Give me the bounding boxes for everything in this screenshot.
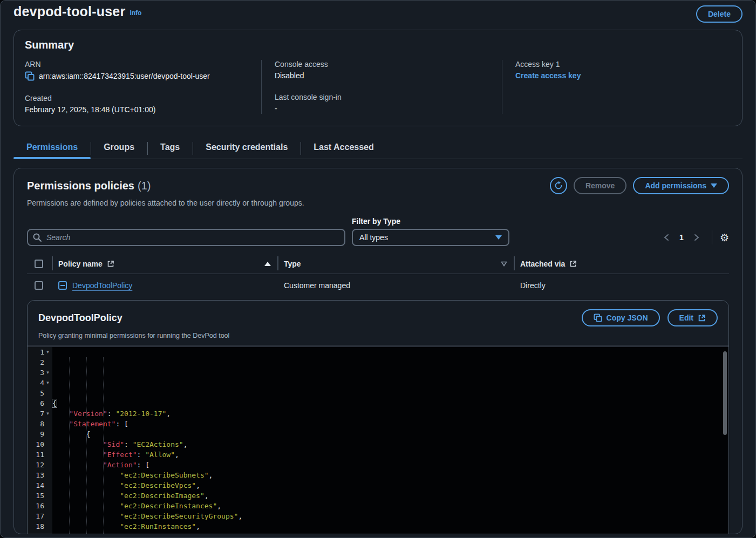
- delete-button[interactable]: Delete: [696, 5, 743, 23]
- arn-field: ARN arn:aws:iam::824173423915:user/devpo…: [25, 60, 250, 81]
- sort-descending-outline-icon[interactable]: [501, 261, 507, 267]
- pagination: 1 ⚙: [659, 229, 729, 246]
- row-checkbox[interactable]: [35, 281, 43, 290]
- line-number: 2: [28, 357, 52, 367]
- code-line: "ec2:DescribeSubnets",: [52, 470, 728, 480]
- console-access-field: Console access Disabled: [275, 60, 491, 80]
- code-line: "ec2:StartInstances",: [52, 532, 728, 534]
- code-line: "ec2:RunInstances",: [52, 521, 728, 532]
- type-filter-select[interactable]: All types: [352, 229, 509, 246]
- line-number: 5: [28, 388, 52, 398]
- line-number: 9: [28, 429, 52, 439]
- page: devpod-tool-user Info Delete Summary ARN…: [0, 0, 756, 538]
- chevron-down-icon: [711, 183, 717, 188]
- console-access-value: Disabled: [275, 71, 491, 80]
- summary-card: Summary ARN arn:aws:iam::824173423915:us…: [13, 30, 743, 126]
- arn-label: ARN: [25, 60, 250, 69]
- line-number: 15: [28, 491, 52, 501]
- type-filter-value: All types: [359, 233, 388, 242]
- last-signin-field: Last console sign-in -: [275, 93, 491, 113]
- line-number: 11: [28, 450, 52, 460]
- info-link[interactable]: Info: [130, 9, 141, 17]
- select-all-checkbox[interactable]: [35, 260, 43, 268]
- copy-icon[interactable]: [25, 71, 35, 81]
- column-attached-via[interactable]: Attached via: [514, 254, 729, 274]
- line-number: 1▾: [28, 347, 52, 357]
- table-row: DevpodToolPolicy Customer managed Direct…: [27, 274, 729, 297]
- type-header-label: Type: [284, 260, 301, 268]
- code-line: "ec2:DescribeVpcs",: [52, 480, 728, 491]
- tab-last-accessed[interactable]: Last Accessed: [301, 137, 386, 159]
- line-number: 6: [28, 398, 52, 408]
- summary-col-2: Console access Disabled Last console sig…: [261, 60, 502, 114]
- attached-via-header-label: Attached via: [520, 260, 565, 268]
- created-value: February 12, 2025, 18:48 (UTC+01:00): [25, 105, 250, 114]
- policy-type-value: Customer managed: [277, 281, 514, 290]
- line-number: 4▾: [28, 378, 52, 388]
- next-page-button[interactable]: [689, 230, 704, 245]
- line-number: 17: [28, 511, 52, 521]
- edit-button[interactable]: Edit: [668, 309, 718, 326]
- access-key-field: Access key 1 Create access key: [515, 60, 720, 80]
- external-link-icon: [569, 260, 577, 268]
- line-number: 13: [28, 470, 52, 480]
- line-number: 8: [28, 419, 52, 429]
- refresh-icon: [554, 181, 563, 190]
- code-line: "Sid": "EC2Actions",: [52, 439, 728, 450]
- line-number: 14: [28, 480, 52, 491]
- table-header: Policy name Type Attached via: [27, 254, 729, 274]
- code-lines: { "Version": "2012-10-17", "Statement": …: [52, 347, 728, 534]
- permissions-policies-title: Permissions policies: [27, 180, 134, 192]
- code-line: "ec2:DescribeSecurityGroups",: [52, 511, 728, 521]
- add-permissions-button[interactable]: Add permissions: [633, 177, 729, 194]
- last-signin-label: Last console sign-in: [275, 93, 491, 101]
- filter-by-type-label: Filter by Type: [352, 217, 509, 226]
- summary-col-1: ARN arn:aws:iam::824173423915:user/devpo…: [25, 60, 261, 114]
- policy-detail-panel: DevpodToolPolicy Copy JSON Edit: [27, 300, 729, 534]
- page-title: devpod-tool-user: [13, 4, 125, 19]
- sort-ascending-icon[interactable]: [264, 262, 271, 266]
- copy-json-label: Copy JSON: [607, 314, 648, 322]
- policy-detail-description: Policy granting minimal permissions for …: [28, 326, 728, 345]
- create-access-key-link[interactable]: Create access key: [515, 71, 581, 80]
- policies-description: Permissions are defined by policies atta…: [27, 199, 729, 207]
- line-number: 12: [28, 460, 52, 470]
- code-line: "ec2:DescribeImages",: [52, 491, 728, 501]
- tab-permissions[interactable]: Permissions: [13, 137, 91, 159]
- summary-title: Summary: [25, 39, 731, 51]
- settings-gear-button[interactable]: ⚙: [720, 233, 729, 243]
- last-signin-value: -: [275, 104, 491, 113]
- line-number: 16: [28, 501, 52, 511]
- code-line: {: [52, 398, 728, 408]
- arn-value: arn:aws:iam::824173423915:user/devpod-to…: [39, 72, 210, 80]
- copy-icon: [594, 314, 602, 322]
- previous-page-button[interactable]: [659, 230, 674, 245]
- search-icon: [32, 233, 42, 242]
- access-key-label: Access key 1: [515, 60, 720, 69]
- tab-tags[interactable]: Tags: [147, 137, 193, 159]
- policies-count: (1): [138, 180, 151, 192]
- filter-row: Filter by Type All types 1 ⚙: [27, 217, 729, 246]
- column-type[interactable]: Type: [277, 254, 514, 274]
- external-link-icon: [107, 260, 114, 268]
- json-code-editor[interactable]: 1▾23▾4▾567▾891011121314151617181920 { "V…: [28, 345, 728, 534]
- editor-scrollbar[interactable]: [723, 351, 727, 435]
- policies-table: Policy name Type Attached via: [27, 254, 729, 297]
- copy-json-button[interactable]: Copy JSON: [582, 309, 660, 326]
- collapse-row-icon[interactable]: [58, 281, 67, 290]
- tab-strip: PermissionsGroupsTagsSecurity credential…: [13, 137, 743, 159]
- search-input[interactable]: [27, 229, 345, 246]
- attached-via-value: Directly: [514, 281, 729, 290]
- divider: [712, 230, 712, 244]
- column-policy-name[interactable]: Policy name: [52, 254, 277, 274]
- permissions-policies-panel: Permissions policies (1) Remove Add perm…: [13, 168, 743, 534]
- tab-security-credentials[interactable]: Security credentials: [193, 137, 301, 159]
- policy-name-link[interactable]: DevpodToolPolicy: [72, 281, 132, 290]
- line-number: 7▾: [28, 408, 52, 419]
- page-number[interactable]: 1: [676, 233, 687, 242]
- edit-label: Edit: [679, 314, 693, 322]
- remove-button[interactable]: Remove: [574, 177, 626, 194]
- refresh-button[interactable]: [550, 177, 567, 194]
- tab-groups[interactable]: Groups: [91, 137, 147, 159]
- line-number: 10: [28, 439, 52, 450]
